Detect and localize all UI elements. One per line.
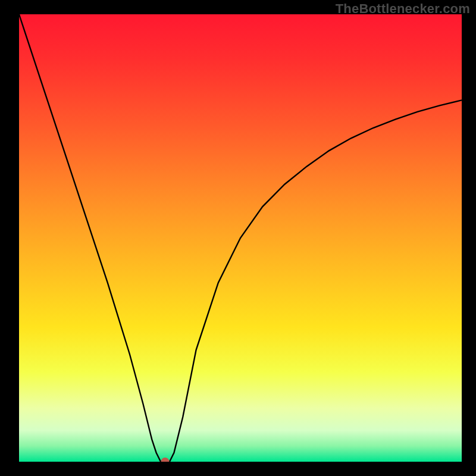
chart-frame: TheBottlenecker.com <box>0 0 476 476</box>
plot-area <box>19 14 462 462</box>
chart-svg <box>19 14 462 462</box>
